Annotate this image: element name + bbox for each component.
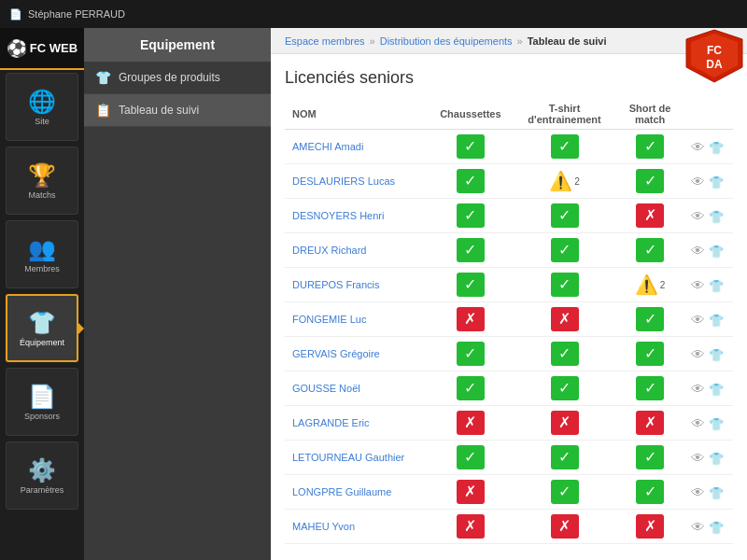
badge-cell: ✓ — [512, 441, 617, 475]
row-name[interactable]: DUREPOS Francis — [285, 268, 430, 302]
view-icon[interactable]: 👁 — [691, 415, 705, 431]
sidebar-item-site[interactable]: 🌐 Site — [6, 73, 78, 141]
badge-cell: ✓ — [617, 164, 683, 199]
table-row: GERVAIS Grégoire✓✓✓👁👕 — [285, 337, 733, 371]
badge-cell: ✓ — [617, 441, 683, 475]
shirt-icon[interactable]: 👕 — [709, 245, 724, 259]
badge-cell: ✓ — [617, 475, 683, 510]
shirt-icon[interactable]: 👕 — [709, 452, 724, 466]
membres-label: Membres — [24, 264, 60, 273]
shirt-icon[interactable]: 👕 — [709, 486, 724, 500]
view-icon[interactable]: 👁 — [691, 312, 705, 328]
matches-label: Matchs — [28, 190, 55, 200]
row-name[interactable]: LONGPRE Guillaume — [285, 475, 430, 510]
row-name[interactable]: AMECHI Amadi — [285, 130, 430, 164]
shirt-icon[interactable]: 👕 — [709, 314, 724, 328]
view-icon[interactable]: 👁 — [691, 243, 705, 259]
equipement-icon: 👕 — [28, 310, 56, 336]
badge-cell: ✗ — [617, 510, 683, 544]
shirt-icon[interactable]: 👕 — [709, 279, 724, 293]
view-icon[interactable]: 👁 — [691, 208, 705, 224]
shirt-icon[interactable]: 👕 — [709, 521, 724, 535]
breadcrumb-espace[interactable]: Espace membres — [285, 35, 365, 47]
col-chaussettes: Chaussettes — [430, 99, 512, 130]
shirt-icon[interactable]: 👕 — [709, 417, 724, 431]
equipement-label: Équipement — [20, 338, 64, 347]
badge-cell: ⚠️2 — [617, 268, 683, 302]
col-tshirt: T-shirt d'entrainement — [512, 99, 617, 130]
site-label: Site — [35, 117, 49, 126]
badge-cell: ✗ — [430, 302, 512, 337]
nav-section-title: Equipement — [84, 28, 271, 62]
tableau-label: Tableau de suivi — [119, 104, 199, 117]
equipment-table: NOM Chaussettes T-shirt d'entrainement S… — [285, 99, 733, 544]
badge-cell: ✗ — [512, 510, 617, 544]
actions-cell: 👁👕 — [683, 164, 733, 199]
badge-cell: ✓ — [512, 233, 617, 268]
view-icon[interactable]: 👁 — [691, 139, 705, 155]
table-row: LETOURNEAU Gauthier✓✓✓👁👕 — [285, 441, 733, 475]
sponsors-icon: 📄 — [28, 384, 56, 410]
sidebar-item-equipement[interactable]: 👕 Équipement — [6, 294, 78, 362]
sidebar-item-sponsors[interactable]: 📄 Sponsors — [6, 368, 78, 436]
shirt-icon[interactable]: 👕 — [709, 175, 724, 189]
svg-text:DA: DA — [706, 58, 723, 71]
badge-cell: ✓ — [512, 130, 617, 164]
actions-cell: 👁👕 — [683, 441, 733, 475]
badge-cell: ✓ — [512, 371, 617, 406]
view-icon[interactable]: 👁 — [691, 174, 705, 189]
view-icon[interactable]: 👁 — [691, 277, 705, 293]
breadcrumb-sep2: » — [517, 35, 523, 47]
badge-cell: ✓ — [430, 164, 512, 199]
view-icon[interactable]: 👁 — [691, 450, 705, 466]
groupes-label: Groupes de produits — [119, 71, 220, 84]
sidebar-item-matches[interactable]: 🏆 Matchs — [6, 147, 78, 215]
row-name[interactable]: DESNOYERS Henri — [285, 199, 430, 233]
row-name[interactable]: GOUSSE Noël — [285, 371, 430, 406]
username-label: Stéphane PERRAUD — [28, 8, 125, 20]
nav-item-groupes[interactable]: 👕 Groupes de produits — [84, 62, 271, 94]
table-row: DREUX Richard✓✓✓👁👕 — [285, 233, 733, 268]
row-name[interactable]: LAGRANDE Eric — [285, 406, 430, 441]
breadcrumb: Espace membres » Distribution des équipe… — [271, 28, 747, 54]
tableau-icon: 📋 — [95, 103, 111, 118]
breadcrumb-distribution[interactable]: Distribution des équipements — [380, 35, 513, 47]
badge-cell: ✗ — [430, 406, 512, 441]
table-row: FONGEMIE Luc✗✗✓👁👕 — [285, 302, 733, 337]
sidebar-item-membres[interactable]: 👥 Membres — [6, 220, 78, 288]
logo-text: FC WEB — [30, 41, 78, 55]
section-title: Licenciés seniors — [285, 68, 733, 88]
badge-cell: ✗ — [617, 199, 683, 233]
view-icon[interactable]: 👁 — [691, 519, 705, 535]
site-icon: 🌐 — [28, 89, 56, 115]
badge-cell: ✓ — [512, 337, 617, 371]
row-name[interactable]: GERVAIS Grégoire — [285, 337, 430, 371]
badge-cell: ✗ — [512, 406, 617, 441]
row-name[interactable]: FONGEMIE Luc — [285, 302, 430, 337]
badge-cell: ✓ — [617, 233, 683, 268]
shirt-icon[interactable]: 👕 — [709, 383, 724, 397]
shirt-icon[interactable]: 👕 — [709, 141, 724, 155]
view-icon[interactable]: 👁 — [691, 484, 705, 500]
view-icon[interactable]: 👁 — [691, 381, 705, 397]
nav-item-tableau[interactable]: 📋 Tableau de suivi — [84, 94, 271, 127]
row-name[interactable]: MAHEU Yvon — [285, 510, 430, 544]
shirt-icon[interactable]: 👕 — [709, 210, 724, 224]
badge-cell: ✓ — [430, 441, 512, 475]
actions-cell: 👁👕 — [683, 130, 733, 164]
shirt-icon[interactable]: 👕 — [709, 348, 724, 362]
badge-cell: ✓ — [617, 371, 683, 406]
row-name[interactable]: DREUX Richard — [285, 233, 430, 268]
row-name[interactable]: LETOURNEAU Gauthier — [285, 441, 430, 475]
fcda-logo: FC DA — [682, 28, 747, 87]
view-icon[interactable]: 👁 — [691, 346, 705, 362]
badge-cell: ✓ — [617, 302, 683, 337]
actions-cell: 👁👕 — [683, 268, 733, 302]
matches-icon: 🏆 — [28, 162, 56, 189]
badge-cell: ✗ — [512, 302, 617, 337]
parametres-label: Paramètres — [21, 485, 64, 495]
badge-cell: ✓ — [430, 130, 512, 164]
sidebar-item-parametres[interactable]: ⚙️ Paramètres — [6, 441, 78, 510]
table-row: MAHEU Yvon✗✗✗👁👕 — [285, 510, 733, 544]
row-name[interactable]: DESLAURIERS Lucas — [285, 164, 430, 199]
